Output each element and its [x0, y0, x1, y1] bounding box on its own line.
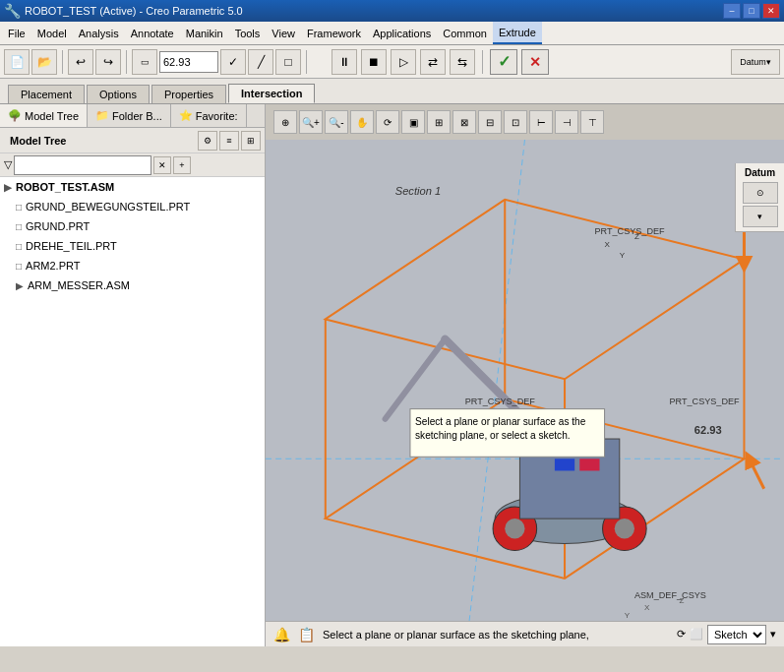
- stop-button[interactable]: ⏹: [361, 49, 387, 75]
- menu-common[interactable]: Common: [437, 22, 493, 44]
- ok-button[interactable]: ✓: [490, 49, 517, 75]
- menu-framework[interactable]: Framework: [301, 22, 367, 44]
- tree-title: Model Tree: [4, 133, 196, 149]
- svg-text:PRT_CSYS_DEF: PRT_CSYS_DEF: [594, 226, 665, 236]
- view-btn-5[interactable]: ⊡: [504, 110, 527, 134]
- menu-analysis[interactable]: Analysis: [73, 22, 125, 44]
- tree-expand-btn[interactable]: ⊞: [241, 131, 261, 151]
- menu-tools[interactable]: Tools: [229, 22, 267, 44]
- menu-model[interactable]: Model: [31, 22, 73, 44]
- zoom-out-btn[interactable]: 🔍-: [325, 110, 348, 134]
- menu-extrude[interactable]: Extrude: [493, 22, 542, 44]
- sep-3: [306, 50, 307, 74]
- checkmark-icon: ✓: [498, 52, 511, 71]
- undo-button[interactable]: ↩: [68, 49, 93, 75]
- tree-item-label-3: DREHE_TEIL.PRT: [26, 240, 117, 252]
- tab-placement[interactable]: Placement: [8, 85, 85, 103]
- panel-tab-folder[interactable]: 📁 Folder B...: [88, 104, 171, 127]
- search-add-btn[interactable]: +: [173, 156, 191, 174]
- view-btn-1[interactable]: ▣: [401, 110, 425, 134]
- panel-tab-model-tree[interactable]: 🌳 Model Tree: [0, 104, 88, 127]
- menu-applications[interactable]: Applications: [367, 22, 437, 44]
- zoom-fit-btn[interactable]: ⊕: [273, 110, 297, 134]
- view-btn-4[interactable]: ⊟: [478, 110, 502, 134]
- cancel-button[interactable]: ✕: [521, 49, 549, 75]
- pan-btn[interactable]: ✋: [350, 110, 374, 134]
- svg-rect-18: [579, 458, 599, 470]
- rotate-btn[interactable]: ⟳: [376, 110, 399, 134]
- rect-btn[interactable]: □: [275, 49, 301, 75]
- title-bar: 🔧 ROBOT_TEST (Active) - Creo Parametric …: [0, 0, 784, 22]
- sep-4: [482, 50, 483, 74]
- svg-text:Y: Y: [620, 251, 626, 260]
- tree-column-btn[interactable]: ≡: [219, 131, 239, 151]
- tree-item-1[interactable]: □ GRUND_BEWEGUNGSTEIL.PRT: [0, 197, 265, 216]
- sketch-mode-dropdown[interactable]: Sketch: [707, 625, 766, 644]
- menu-manikin[interactable]: Manikin: [180, 22, 229, 44]
- menu-annotate[interactable]: Annotate: [125, 22, 180, 44]
- datum-btn-1[interactable]: ⊙: [743, 182, 778, 204]
- tab-options[interactable]: Options: [87, 85, 150, 103]
- datum-panel: Datum ⊙ ▾: [735, 163, 784, 232]
- x-icon: ✕: [529, 54, 541, 70]
- datum-expand-btn[interactable]: ▾: [743, 206, 778, 227]
- title-text: ROBOT_TEST (Active) - Creo Parametric 5.…: [25, 5, 243, 17]
- tree-toolbar: Model Tree ⚙ ≡ ⊞: [0, 128, 265, 153]
- svg-rect-0: [266, 140, 784, 646]
- tree-item-4[interactable]: □ ARM2.PRT: [0, 256, 265, 275]
- minimize-button[interactable]: –: [723, 3, 741, 19]
- flip2-button[interactable]: ⇆: [450, 49, 475, 75]
- part-icon-3: □: [16, 241, 22, 252]
- view-btn-3[interactable]: ⊠: [452, 110, 476, 134]
- new-button[interactable]: 📄: [4, 49, 30, 75]
- title-bar-controls[interactable]: – □ ✕: [723, 3, 780, 19]
- svg-text:PRT_CSYS_DEF: PRT_CSYS_DEF: [465, 397, 536, 406]
- line-btn[interactable]: ╱: [248, 49, 273, 75]
- menu-view[interactable]: View: [266, 22, 301, 44]
- flip-button[interactable]: ⇄: [420, 49, 446, 75]
- tab-properties[interactable]: Properties: [151, 85, 226, 103]
- main-layout: 🌳 Model Tree 📁 Folder B... ⭐ Favorite: M…: [0, 104, 784, 646]
- tree-item-2[interactable]: □ GRUND.PRT: [0, 216, 265, 236]
- folder-icon: 📁: [95, 109, 109, 122]
- search-clear-btn[interactable]: ✕: [153, 156, 171, 174]
- svg-text:Section 1: Section 1: [395, 185, 441, 197]
- tree-item-label: ROBOT_TEST.ASM: [16, 181, 114, 193]
- redo-button[interactable]: ↪: [95, 49, 121, 75]
- tree-item-root[interactable]: ▶ ROBOT_TEST.ASM: [0, 177, 265, 197]
- dimension-input[interactable]: 62.93: [159, 51, 218, 73]
- pause-button[interactable]: ⏸: [332, 49, 357, 75]
- tree-search-input[interactable]: [14, 155, 151, 175]
- datum-label: Datum: [745, 167, 775, 178]
- part-icon-1: □: [16, 202, 22, 213]
- confirm-btn[interactable]: ✓: [220, 49, 246, 75]
- view-btn-8[interactable]: ⊤: [580, 110, 604, 134]
- tree-item-label-4: ARM2.PRT: [26, 260, 80, 272]
- expand-icon: ▶: [4, 182, 12, 193]
- tree-item-label-5: ARM_MESSER.ASM: [28, 279, 130, 291]
- favorite-icon: ⭐: [179, 109, 193, 122]
- view-btn-2[interactable]: ⊞: [427, 110, 451, 134]
- part-icon-2: □: [16, 221, 22, 232]
- close-button[interactable]: ✕: [762, 3, 780, 19]
- scene-svg: PRT_CSYS_DEF X Y Z PRT_CSYS_DEF X Z PRT_…: [266, 140, 784, 646]
- datum-expand[interactable]: Datum▾: [731, 49, 780, 75]
- zoom-in-btn[interactable]: 🔍+: [299, 110, 323, 134]
- view-btn-6[interactable]: ⊢: [529, 110, 553, 134]
- status-icon-3: ⟳: [677, 628, 686, 641]
- sketch-btn[interactable]: ▭: [132, 49, 157, 75]
- menu-file[interactable]: File: [2, 22, 31, 44]
- maximize-button[interactable]: □: [743, 3, 760, 19]
- panel-tab-favorite[interactable]: ⭐ Favorite:: [171, 104, 247, 127]
- svg-rect-17: [555, 458, 574, 470]
- status-message: Select a plane or planar surface as the …: [323, 629, 589, 641]
- play-button[interactable]: ▷: [391, 49, 416, 75]
- tree-settings-btn[interactable]: ⚙: [198, 131, 217, 151]
- status-icon-1: 🔔: [273, 627, 290, 642]
- tab-intersection[interactable]: Intersection: [228, 84, 315, 103]
- view-btn-7[interactable]: ⊣: [555, 110, 578, 134]
- tree-item-5[interactable]: ▶ ARM_MESSER.ASM: [0, 275, 265, 295]
- open-button[interactable]: 📂: [31, 49, 57, 75]
- tree-item-3[interactable]: □ DREHE_TEIL.PRT: [0, 236, 265, 256]
- tree-item-label-2: GRUND.PRT: [26, 220, 90, 232]
